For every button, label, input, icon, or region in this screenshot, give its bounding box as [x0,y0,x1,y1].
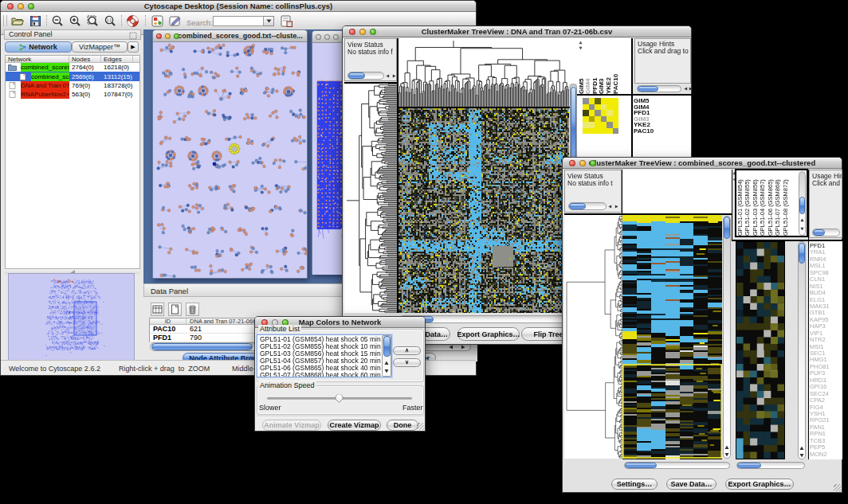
scroll-up-arrow[interactable] [800,218,804,222]
tab-network[interactable]: Network [5,41,72,53]
treeview2-zoom-vscrollbar[interactable] [798,241,806,459]
treeview1-titlebar[interactable]: ClusterMaker TreeView : DNA and Tran 07-… [343,26,691,37]
scroll-right-arrow[interactable] [689,87,693,91]
scroll-thumb[interactable] [383,336,391,357]
zoom-button[interactable] [333,34,339,40]
scroll-thumb[interactable] [724,217,730,239]
scroll-thumb[interactable] [799,243,805,264]
scroll-down-arrow[interactable] [384,369,389,373]
scroll-thumb[interactable] [151,343,253,350]
scroll-left-arrow[interactable] [386,74,390,78]
treeview1-row-dendrogram[interactable] [344,84,397,313]
attribute-list-item[interactable]: GPL51-07 (GSM868) heat shock 60 min [257,372,391,377]
scroll-thumb[interactable] [569,203,586,209]
scroll-up-arrow[interactable] [724,445,729,450]
attribute-select-icon[interactable] [151,303,164,316]
scroll-right-arrow[interactable] [614,205,618,209]
treeview1-col-dendrogram[interactable] [398,38,569,107]
scroll-thumb[interactable] [571,87,576,163]
scroll-down-arrow[interactable] [800,227,804,231]
minimize-button[interactable] [324,34,330,40]
zoom-fit-icon[interactable] [86,14,100,28]
network-row[interactable]: RNAPuberNov2+! 563(0) 107847(0) [6,90,139,99]
tab-vizmapper[interactable]: VizMapper™ [72,41,128,53]
open-file-icon[interactable] [10,14,24,28]
move-up-button[interactable]: ∧ [393,346,421,355]
zoom-button[interactable] [590,160,596,166]
export-graphics-button[interactable]: Export Graphics… [457,327,520,341]
network-row[interactable]: DNA and Tran 07 769(0) 183728(0) [6,81,139,90]
col-id[interactable]: ID [150,318,186,324]
scroll-right-arrow[interactable] [392,74,396,78]
col-edges[interactable]: Edges [101,56,133,62]
scroll-thumb[interactable] [638,86,658,92]
network-row[interactable]: combined_scores 2764(0) 16218(0) [6,63,139,72]
zoom-button[interactable] [174,33,179,39]
settings-button[interactable]: Settings… [611,479,658,490]
done-button[interactable]: Done [387,420,418,431]
zoom-selected-icon[interactable]: 1:1 [104,14,117,28]
tabs-overflow-button[interactable]: ▶ [128,41,139,53]
scroll-down-arrow[interactable] [724,452,729,457]
create-vizmap-button[interactable]: Create Vizmap [328,420,381,431]
minimize-button[interactable] [165,33,171,39]
minimize-button[interactable] [359,29,366,35]
vizmap-icon[interactable] [151,14,164,28]
new-attribute-icon[interactable] [168,303,182,316]
search-dropdown-button[interactable] [264,16,274,26]
float-panel-icon[interactable] [129,32,137,40]
scroll-thumb[interactable] [813,229,825,236]
scroll-up-arrow[interactable] [579,41,583,45]
scroll-thumb[interactable] [625,463,657,468]
treeview1-heatmap[interactable] [398,108,569,313]
zoom-button[interactable] [370,29,376,35]
treeview1-zoom-matrix[interactable] [583,98,618,134]
scroll-thumb[interactable] [799,197,805,214]
close-button[interactable] [349,29,355,35]
search-input[interactable] [213,16,264,26]
export-graphics-button[interactable]: Export Graphics… [725,479,794,490]
animate-vizmap-button[interactable]: Animate Vizmap [262,420,321,431]
col-network[interactable]: Network [6,56,69,62]
scroll-left-arrow[interactable] [608,205,612,209]
close-button[interactable] [7,3,14,10]
resize-handle[interactable] [417,423,424,430]
treeview2-vscrollbar[interactable] [723,216,731,459]
minimize-button[interactable] [18,3,24,10]
scroll-left-arrow[interactable] [684,87,688,91]
resize-handle[interactable] [834,484,841,491]
network-view-a-titlebar[interactable]: combined_scores_good.txt--cluste... [153,30,307,42]
zoom-in-icon[interactable] [69,14,82,28]
close-button[interactable] [569,160,575,166]
move-down-button[interactable]: ∨ [393,358,421,367]
treeview2-window-controls[interactable] [569,160,596,166]
network-row[interactable]: combined_sco 2569(6) 13112(15) [6,72,139,80]
scroll-down-arrow[interactable] [799,453,804,458]
scroll-right-arrow[interactable] [461,345,465,350]
network-view-a-controls[interactable] [156,33,179,39]
treeview1-window-controls[interactable] [349,29,376,35]
lifesaver-icon[interactable] [126,14,139,28]
scroll-left-arrow[interactable] [449,345,453,350]
minimize-button[interactable] [579,160,586,166]
scroll-down-arrow[interactable] [579,46,583,50]
scroll-thumb[interactable] [348,72,365,79]
scroll-up-arrow[interactable] [384,361,389,365]
treeview2-global-heatmap[interactable] [622,215,722,459]
main-window-controls[interactable] [7,3,34,10]
save-data-button[interactable]: Save Data… [666,479,716,490]
main-titlebar[interactable]: Cytoscape Desktop (Session Name: collins… [1,1,476,12]
layout-icon[interactable] [280,14,293,28]
network-overview-panel[interactable] [8,273,135,361]
attribute-list[interactable]: GPL51-01 (GSM854) heat shock 05 minGPL51… [257,334,392,377]
close-button[interactable] [316,34,321,40]
delete-attribute-icon[interactable] [186,303,199,316]
scroll-thumb[interactable] [737,463,761,468]
annotation-icon[interactable] [168,14,182,28]
col-nodes[interactable]: Nodes [69,56,101,62]
treeview2-titlebar[interactable]: ClusterMaker TreeView : combined_scores_… [563,158,842,169]
treeview2-row-dendrogram[interactable] [564,215,622,459]
scroll-up-arrow[interactable] [799,446,804,451]
zoom-button[interactable] [28,3,34,10]
slider-thumb[interactable] [334,393,344,404]
